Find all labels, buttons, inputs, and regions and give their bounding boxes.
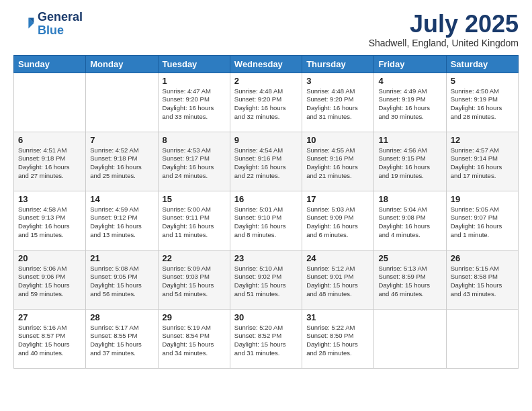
day-cell: 22 Sunrise: 5:09 AMSunset: 9:03 PMDaylig…: [158, 250, 230, 309]
day-number: 10: [306, 135, 369, 145]
day-cell: 2 Sunrise: 4:48 AMSunset: 9:20 PMDayligh…: [230, 73, 302, 132]
day-info: Sunrise: 5:20 AMSunset: 8:52 PMDaylight:…: [234, 324, 298, 358]
day-number: 30: [234, 312, 298, 322]
header-saturday: Saturday: [446, 55, 518, 73]
day-info: Sunrise: 5:08 AMSunset: 9:05 PMDaylight:…: [90, 265, 153, 299]
day-number: 19: [451, 194, 514, 204]
day-number: 8: [163, 135, 226, 145]
day-info: Sunrise: 5:09 AMSunset: 9:03 PMDaylight:…: [163, 265, 226, 299]
page: General Blue July 2025 Shadwell, England…: [0, 0, 532, 411]
day-cell: 18 Sunrise: 5:04 AMSunset: 9:08 PMDaylig…: [374, 191, 446, 250]
day-number: 7: [90, 135, 153, 145]
day-info: Sunrise: 5:15 AMSunset: 8:58 PMDaylight:…: [451, 265, 514, 299]
day-info: Sunrise: 4:56 AMSunset: 9:15 PMDaylight:…: [378, 146, 441, 181]
empty-cell: [374, 309, 446, 368]
day-info: Sunrise: 4:53 AMSunset: 9:17 PMDaylight:…: [163, 146, 226, 181]
day-number: 17: [306, 194, 369, 204]
subtitle: Shadwell, England, United Kingdom: [369, 38, 519, 48]
day-number: 23: [234, 253, 298, 263]
day-info: Sunrise: 4:50 AMSunset: 9:19 PMDaylight:…: [451, 87, 514, 122]
day-cell: 30 Sunrise: 5:20 AMSunset: 8:52 PMDaylig…: [230, 309, 302, 368]
day-cell: 15 Sunrise: 5:00 AMSunset: 9:11 PMDaylig…: [158, 191, 230, 250]
empty-cell: [86, 73, 158, 132]
day-info: Sunrise: 4:58 AMSunset: 9:13 PMDaylight:…: [18, 205, 81, 240]
day-info: Sunrise: 4:47 AMSunset: 9:20 PMDaylight:…: [163, 87, 226, 122]
day-cell: 8 Sunrise: 4:53 AMSunset: 9:17 PMDayligh…: [158, 132, 230, 191]
day-info: Sunrise: 4:54 AMSunset: 9:16 PMDaylight:…: [234, 146, 298, 181]
day-number: 31: [306, 312, 369, 322]
logo: General Blue: [13, 11, 83, 38]
day-number: 24: [306, 253, 369, 263]
day-info: Sunrise: 5:06 AMSunset: 9:06 PMDaylight:…: [18, 265, 81, 299]
day-cell: 16 Sunrise: 5:01 AMSunset: 9:10 PMDaylig…: [230, 191, 302, 250]
header-thursday: Thursday: [302, 55, 374, 73]
day-info: Sunrise: 5:12 AMSunset: 9:01 PMDaylight:…: [306, 265, 369, 299]
day-number: 2: [234, 76, 298, 86]
day-cell: 29 Sunrise: 5:19 AMSunset: 8:54 PMDaylig…: [158, 309, 230, 368]
day-cell: 13 Sunrise: 4:58 AMSunset: 9:13 PMDaylig…: [14, 191, 86, 250]
day-info: Sunrise: 5:16 AMSunset: 8:57 PMDaylight:…: [18, 324, 81, 358]
day-number: 4: [378, 76, 441, 86]
day-cell: 26 Sunrise: 5:15 AMSunset: 8:58 PMDaylig…: [446, 250, 518, 309]
day-number: 26: [451, 253, 514, 263]
day-info: Sunrise: 5:05 AMSunset: 9:07 PMDaylight:…: [451, 205, 514, 240]
day-number: 25: [378, 253, 441, 263]
day-cell: 7 Sunrise: 4:52 AMSunset: 9:18 PMDayligh…: [86, 132, 158, 191]
day-number: 12: [451, 135, 514, 145]
day-cell: 24 Sunrise: 5:12 AMSunset: 9:01 PMDaylig…: [302, 250, 374, 309]
day-number: 14: [90, 194, 153, 204]
day-cell: 10 Sunrise: 4:55 AMSunset: 9:16 PMDaylig…: [302, 132, 374, 191]
title-block: July 2025 Shadwell, England, United King…: [369, 11, 519, 48]
day-cell: 27 Sunrise: 5:16 AMSunset: 8:57 PMDaylig…: [14, 309, 86, 368]
day-cell: 12 Sunrise: 4:57 AMSunset: 9:14 PMDaylig…: [446, 132, 518, 191]
day-number: 21: [90, 253, 153, 263]
header-friday: Friday: [374, 55, 446, 73]
header-wednesday: Wednesday: [230, 55, 302, 73]
day-info: Sunrise: 5:00 AMSunset: 9:11 PMDaylight:…: [163, 205, 226, 240]
month-title: July 2025: [369, 11, 519, 38]
day-cell: 1 Sunrise: 4:47 AMSunset: 9:20 PMDayligh…: [158, 73, 230, 132]
empty-cell: [14, 73, 86, 132]
day-number: 9: [234, 135, 298, 145]
header-tuesday: Tuesday: [158, 55, 230, 73]
day-info: Sunrise: 4:48 AMSunset: 9:20 PMDaylight:…: [306, 87, 369, 122]
day-number: 29: [163, 312, 226, 322]
day-number: 18: [378, 194, 441, 204]
day-number: 1: [163, 76, 226, 86]
day-cell: 11 Sunrise: 4:56 AMSunset: 9:15 PMDaylig…: [374, 132, 446, 191]
day-number: 5: [451, 76, 514, 86]
day-number: 15: [163, 194, 226, 204]
day-info: Sunrise: 5:19 AMSunset: 8:54 PMDaylight:…: [163, 324, 226, 358]
day-cell: 3 Sunrise: 4:48 AMSunset: 9:20 PMDayligh…: [302, 73, 374, 132]
day-info: Sunrise: 4:59 AMSunset: 9:12 PMDaylight:…: [90, 205, 153, 240]
header: General Blue July 2025 Shadwell, England…: [13, 11, 519, 48]
day-info: Sunrise: 5:13 AMSunset: 8:59 PMDaylight:…: [378, 265, 441, 299]
empty-cell: [446, 309, 518, 368]
day-info: Sunrise: 4:49 AMSunset: 9:19 PMDaylight:…: [378, 87, 441, 122]
day-cell: 31 Sunrise: 5:22 AMSunset: 8:50 PMDaylig…: [302, 309, 374, 368]
day-cell: 23 Sunrise: 5:10 AMSunset: 9:02 PMDaylig…: [230, 250, 302, 309]
header-row: Sunday Monday Tuesday Wednesday Thursday…: [14, 55, 519, 73]
day-cell: 21 Sunrise: 5:08 AMSunset: 9:05 PMDaylig…: [86, 250, 158, 309]
calendar-table: Sunday Monday Tuesday Wednesday Thursday…: [13, 55, 519, 369]
day-info: Sunrise: 5:17 AMSunset: 8:55 PMDaylight:…: [90, 324, 153, 358]
day-cell: 9 Sunrise: 4:54 AMSunset: 9:16 PMDayligh…: [230, 132, 302, 191]
day-cell: 19 Sunrise: 5:05 AMSunset: 9:07 PMDaylig…: [446, 191, 518, 250]
logo-blue: Blue: [38, 24, 83, 38]
day-cell: 4 Sunrise: 4:49 AMSunset: 9:19 PMDayligh…: [374, 73, 446, 132]
day-info: Sunrise: 4:48 AMSunset: 9:20 PMDaylight:…: [234, 87, 298, 122]
day-info: Sunrise: 4:55 AMSunset: 9:16 PMDaylight:…: [306, 146, 369, 181]
day-cell: 25 Sunrise: 5:13 AMSunset: 8:59 PMDaylig…: [374, 250, 446, 309]
day-info: Sunrise: 4:57 AMSunset: 9:14 PMDaylight:…: [451, 146, 514, 181]
day-cell: 20 Sunrise: 5:06 AMSunset: 9:06 PMDaylig…: [14, 250, 86, 309]
day-info: Sunrise: 5:10 AMSunset: 9:02 PMDaylight:…: [234, 265, 298, 299]
day-info: Sunrise: 4:52 AMSunset: 9:18 PMDaylight:…: [90, 146, 153, 181]
day-number: 16: [234, 194, 298, 204]
day-info: Sunrise: 5:22 AMSunset: 8:50 PMDaylight:…: [306, 324, 369, 358]
logo-general: General: [38, 11, 83, 24]
day-number: 22: [163, 253, 226, 263]
day-number: 11: [378, 135, 441, 145]
day-info: Sunrise: 4:51 AMSunset: 9:18 PMDaylight:…: [18, 146, 81, 181]
header-sunday: Sunday: [14, 55, 86, 73]
day-info: Sunrise: 5:03 AMSunset: 9:09 PMDaylight:…: [306, 205, 369, 240]
